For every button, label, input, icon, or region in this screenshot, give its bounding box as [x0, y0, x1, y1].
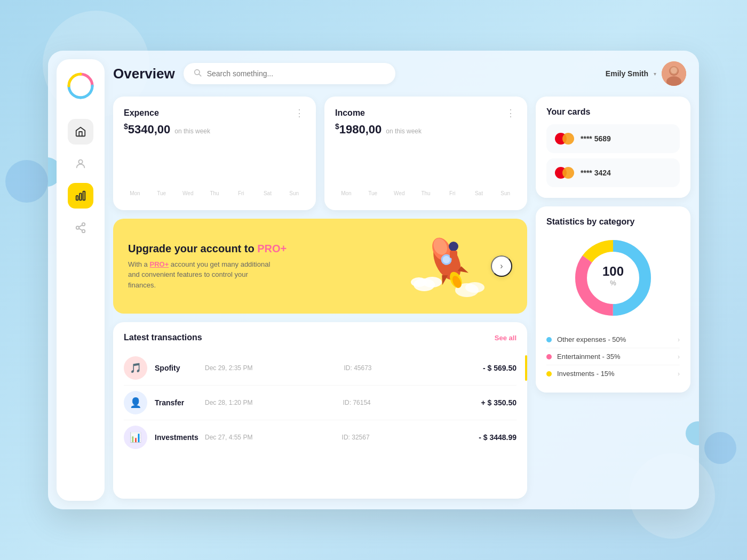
- income-amount: $1980,00on this week: [335, 122, 516, 137]
- user-chevron-icon: ▾: [654, 71, 656, 77]
- search-bar[interactable]: [184, 63, 396, 84]
- transactions-title: Latest transactions: [124, 333, 202, 342]
- expense-amount: $5340,00on this week: [124, 122, 305, 137]
- income-chart-labels: MonTueWedThuFriSatSun: [335, 188, 516, 196]
- expense-more-button[interactable]: ⋮: [295, 107, 305, 119]
- tx-icon-transfer: 👤: [124, 391, 147, 414]
- credit-card-item[interactable]: **** 5689: [546, 124, 680, 153]
- income-period: on this week: [386, 127, 422, 135]
- svg-point-19: [411, 277, 427, 287]
- promo-highlight: PRO+: [257, 243, 287, 254]
- tx-id: ID: 45673: [344, 364, 475, 372]
- tx-icon-spotify: 🎵: [124, 356, 147, 380]
- bar-label: Sat: [264, 190, 272, 196]
- bar-label-group: Mon: [335, 188, 357, 196]
- promo-illustration: [406, 231, 491, 301]
- tx-id: ID: 32567: [342, 434, 472, 441]
- transactions-card: Latest transactions See all 🎵SpofityDec …: [113, 322, 527, 499]
- stats-row: Expence ⋮ $5340,00on this week MonTueWed…: [113, 97, 527, 210]
- nav-item-home[interactable]: [68, 119, 93, 145]
- bar-label-group: Thu: [415, 188, 437, 196]
- bar-label: Wed: [394, 190, 404, 196]
- svg-point-31: [449, 242, 458, 251]
- cards-title: Your cards: [546, 107, 680, 117]
- svg-line-9: [79, 225, 82, 227]
- nav-item-profile[interactable]: [68, 151, 93, 177]
- tx-name: Transfer: [155, 398, 197, 407]
- bar-label: Thu: [210, 190, 219, 196]
- income-chart: [335, 145, 516, 188]
- promo-title: Upgrade your account to PRO+: [128, 243, 406, 255]
- cards-list: **** 5689**** 3424: [546, 124, 680, 187]
- bar-label-group: Tue: [150, 188, 173, 196]
- transaction-item[interactable]: 👤TransferDec 28, 1:20 PMID: 76154+ $ 350…: [124, 386, 516, 420]
- transaction-item[interactable]: 🎵SpofityDec 29, 2:35 PMID: 45673- $ 569.…: [124, 351, 516, 386]
- legend-item-investments[interactable]: Investments - 15%›: [546, 365, 680, 382]
- expense-chart: [124, 145, 305, 188]
- nav-item-share[interactable]: [68, 215, 93, 241]
- legend-chevron-icon: ›: [678, 353, 680, 361]
- main-area: Overview Emily Smith ▾: [113, 51, 699, 509]
- bar-label-group: Sat: [468, 188, 490, 196]
- transactions-list: 🎵SpofityDec 29, 2:35 PMID: 45673- $ 569.…: [124, 351, 516, 454]
- nav-item-stats[interactable]: [68, 183, 93, 209]
- svg-line-8: [79, 228, 82, 230]
- tx-date: Dec 28, 1:20 PM: [205, 399, 336, 406]
- tx-name: Investments: [155, 433, 197, 442]
- legend-item-other[interactable]: Other expenses - 50%›: [546, 331, 680, 348]
- left-column: Expence ⋮ $5340,00on this week MonTueWed…: [113, 97, 527, 499]
- tx-name: Spofity: [155, 364, 197, 372]
- bar-label-group: Wed: [177, 188, 199, 196]
- bar-label: Mon: [341, 190, 351, 196]
- bar-label: Thu: [421, 190, 430, 196]
- tx-id: ID: 76154: [343, 399, 474, 406]
- legend-list: Other expenses - 50%›Entertainment - 35%…: [546, 331, 680, 382]
- card-number: **** 5689: [581, 134, 611, 143]
- svg-rect-3: [80, 193, 82, 200]
- bar-label-group: Thu: [203, 188, 226, 196]
- legend-chevron-icon: ›: [678, 336, 680, 343]
- tx-icon-investments: 📊: [124, 426, 147, 449]
- page-title: Overview: [113, 66, 175, 82]
- see-all-button[interactable]: See all: [495, 334, 516, 342]
- donut-chart: 100 %: [546, 235, 680, 321]
- expense-title: Expence: [124, 108, 159, 118]
- svg-text:100: 100: [602, 264, 624, 278]
- bar-label: Sat: [475, 190, 483, 196]
- income-card: Income ⋮ $1980,00on this week MonTueWedT…: [324, 97, 527, 210]
- legend-label: Other expenses - 50%: [557, 335, 672, 343]
- search-input[interactable]: [207, 69, 386, 78]
- content-grid: Expence ⋮ $5340,00on this week MonTueWed…: [113, 97, 690, 499]
- promo-banner: Upgrade your account to PRO+ With a PRO+…: [113, 219, 527, 314]
- svg-rect-4: [83, 191, 85, 201]
- income-header: Income ⋮: [335, 107, 516, 119]
- legend-label: Entertainment - 35%: [557, 353, 672, 361]
- statistics-title: Statistics by category: [546, 217, 680, 227]
- expense-chart-labels: MonTueWedThuFriSatSun: [124, 188, 305, 196]
- svg-line-11: [199, 74, 201, 76]
- legend-label: Investments - 15%: [557, 370, 672, 378]
- legend-item-entertainment[interactable]: Entertainment - 35%›: [546, 348, 680, 365]
- user-avatar: [662, 61, 686, 86]
- bar-label-group: Fri: [230, 188, 252, 196]
- statistics-card: Statistics by category: [536, 206, 690, 393]
- credit-card-item[interactable]: **** 3424: [546, 158, 680, 187]
- tx-amount: - $ 3448.99: [479, 433, 516, 442]
- svg-point-1: [78, 160, 82, 164]
- promo-arrow-button[interactable]: ›: [491, 255, 512, 277]
- svg-text:%: %: [610, 279, 616, 287]
- bar-label-group: Wed: [388, 188, 410, 196]
- bar-label: Fri: [449, 190, 456, 196]
- transactions-header: Latest transactions See all: [124, 333, 516, 342]
- bar-label-group: Sun: [283, 188, 305, 196]
- income-more-button[interactable]: ⋮: [506, 107, 516, 119]
- tx-amount: - $ 569.50: [483, 364, 516, 372]
- user-info[interactable]: Emily Smith ▾: [606, 61, 686, 86]
- tx-indicator-bar: [525, 355, 527, 381]
- legend-chevron-icon: ›: [678, 370, 680, 378]
- bar-label: Tue: [157, 190, 166, 196]
- legend-dot: [546, 354, 552, 359]
- expense-card: Expence ⋮ $5340,00on this week MonTueWed…: [113, 97, 316, 210]
- transaction-item[interactable]: 📊InvestmentsDec 27, 4:55 PMID: 32567- $ …: [124, 420, 516, 454]
- bar-label: Wed: [182, 190, 193, 196]
